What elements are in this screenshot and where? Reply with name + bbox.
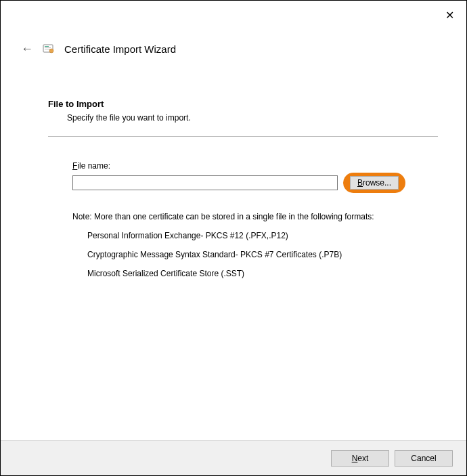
svg-rect-1 [45, 46, 49, 47]
browse-highlight: Browse... [343, 173, 405, 193]
section-subheading: Specify the file you want to import. [67, 113, 438, 123]
note-intro: Note: More than one certificate can be s… [72, 212, 438, 221]
svg-point-4 [49, 49, 53, 53]
next-button[interactable]: Next [331, 450, 389, 467]
svg-rect-2 [45, 47, 51, 48]
file-name-label: File name: [72, 161, 438, 171]
format-item: Personal Information Exchange- PKCS #12 … [87, 231, 438, 240]
cancel-button[interactable]: Cancel [395, 450, 453, 467]
divider [48, 136, 438, 137]
section-heading: File to Import [48, 99, 438, 109]
format-item: Microsoft Serialized Certificate Store (… [87, 269, 438, 278]
file-name-input[interactable] [72, 175, 338, 190]
browse-button[interactable]: Browse... [350, 176, 399, 190]
certificate-icon [43, 43, 55, 55]
wizard-title: Certificate Import Wizard [64, 43, 176, 55]
back-arrow-icon[interactable]: ← [21, 43, 33, 55]
footer: Next Cancel [1, 440, 466, 475]
format-item: Cryptographic Message Syntax Standard- P… [87, 250, 438, 259]
close-icon[interactable]: ✕ [445, 9, 454, 21]
